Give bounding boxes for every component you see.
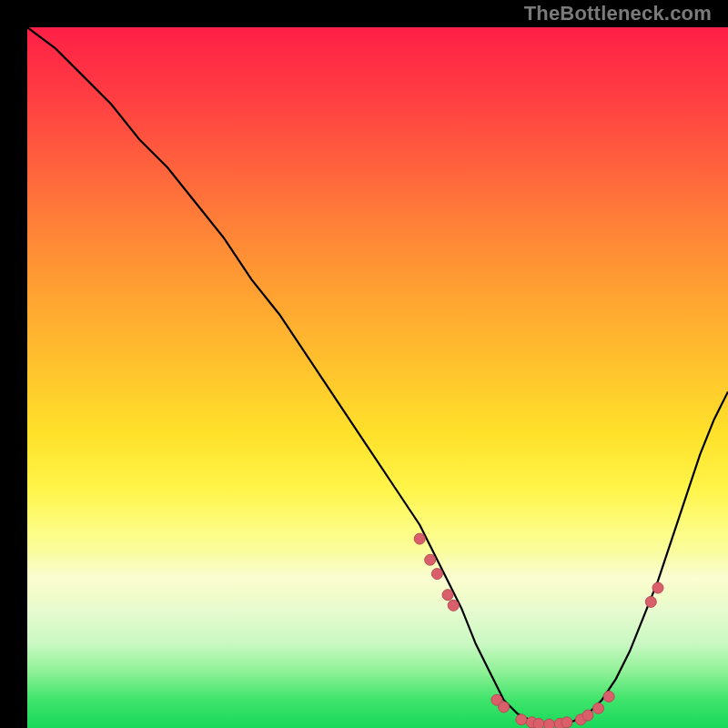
marker-dot [499, 702, 510, 713]
plot-area [27, 27, 728, 728]
marker-dot [414, 533, 425, 544]
marker-dot [652, 582, 663, 593]
marker-dot [544, 719, 555, 728]
marker-dot [516, 714, 527, 725]
bottleneck-curve [27, 27, 728, 724]
marker-dot [431, 569, 442, 580]
marker-dot [561, 717, 572, 728]
watermark-text: TheBottleneck.com [524, 2, 712, 25]
marker-dot [448, 600, 459, 611]
marker-dot [593, 703, 604, 713]
marker-dot [442, 590, 453, 601]
chart-outer-frame [14, 14, 714, 714]
marker-dot [645, 596, 656, 607]
marker-dot [603, 691, 614, 702]
marker-dot [582, 710, 593, 721]
marker-dot [533, 718, 544, 728]
curve-layer [27, 27, 728, 728]
marker-dots-group [414, 533, 663, 728]
marker-dot [425, 554, 436, 565]
